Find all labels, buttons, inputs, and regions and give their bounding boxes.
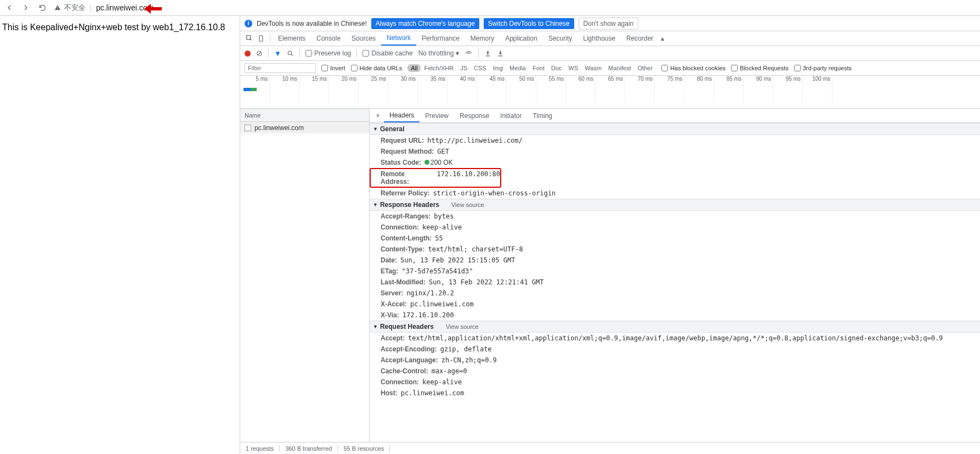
filter-type-doc[interactable]: Doc	[548, 64, 565, 72]
disable-cache-label: Disable cache	[371, 49, 412, 57]
filter-type-media[interactable]: Media	[506, 64, 529, 72]
tab-recorder[interactable]: Recorder	[621, 31, 659, 46]
tab-lighthouse[interactable]: Lighthouse	[577, 31, 621, 46]
header-row: Accept-Ranges:bytes	[370, 211, 980, 222]
referrer-policy-row: Referrer Policy:strict-origin-when-cross…	[370, 188, 980, 199]
filter-input[interactable]	[245, 63, 316, 73]
header-row: Accept:text/html,application/xhtml+xml,a…	[370, 333, 980, 344]
hide-data-urls-checkbox[interactable]: Hide data URLs	[351, 65, 403, 71]
divider	[299, 49, 300, 58]
blocked-cookies-checkbox[interactable]: Has blocked cookies	[661, 65, 726, 71]
request-headers-title: Request Headers	[380, 323, 434, 330]
triangle-down-icon: ▼	[373, 202, 378, 208]
timeline-tick: 80 ms	[684, 76, 714, 103]
address-bar[interactable]: 不安全 | pc.linweiwei.com	[54, 3, 976, 13]
header-row: Accept-Language:zh-CN,zh;q=0.9	[370, 355, 980, 366]
response-headers-section[interactable]: ▼Response HeadersView source	[370, 199, 980, 211]
separator: |	[90, 4, 92, 12]
blocked-requests-label: Blocked Requests	[740, 65, 789, 71]
invert-label: Invert	[330, 65, 345, 71]
filter-type-img[interactable]: Img	[490, 64, 506, 72]
request-list-header[interactable]: Name	[240, 109, 369, 122]
filter-bar: Invert Hide data URLs AllFetch/XHRJSCSSI…	[240, 61, 980, 76]
invert-checkbox[interactable]: Invert	[321, 65, 345, 71]
tab-memory[interactable]: Memory	[465, 31, 500, 46]
always-match-button[interactable]: Always match Chrome's language	[371, 18, 479, 29]
general-section-header[interactable]: ▼General	[370, 123, 980, 135]
detail-tab-headers[interactable]: Headers	[384, 109, 420, 122]
hide-data-urls-label: Hide data URLs	[360, 65, 403, 71]
tab-security[interactable]: Security	[543, 31, 577, 46]
resource-type-filters: AllFetch/XHRJSCSSImgMediaFontDocWSWasmMa…	[407, 64, 656, 72]
switch-language-button[interactable]: Switch DevTools to Chinese	[484, 18, 574, 29]
detail-tab-initiator[interactable]: Initiator	[495, 109, 527, 122]
tab-elements[interactable]: Elements	[273, 31, 311, 46]
wifi-icon[interactable]	[464, 49, 473, 58]
view-source-link[interactable]: View source	[446, 323, 479, 330]
divider	[356, 49, 357, 58]
recorder-preview-icon: ▴	[656, 31, 669, 46]
inspect-icon[interactable]	[243, 31, 256, 46]
record-button[interactable]	[245, 51, 251, 57]
transferred-size: 360 B transferred	[280, 445, 338, 452]
general-title: General	[380, 125, 405, 133]
request-method-row: Request Method:GET	[370, 146, 980, 157]
preserve-log-checkbox[interactable]: Preserve log	[305, 49, 351, 57]
resources-size: 55 B resources	[338, 445, 390, 452]
tab-sources[interactable]: Sources	[346, 31, 381, 46]
filter-type-fetch-xhr[interactable]: Fetch/XHR	[421, 64, 457, 72]
third-party-checkbox[interactable]: 3rd-party requests	[794, 65, 852, 71]
throttling-select[interactable]: No throttling ▾	[418, 49, 460, 57]
request-detail: × HeadersPreviewResponseInitiatorTiming …	[370, 109, 980, 442]
request-name: pc.linweiwei.com	[254, 124, 304, 132]
filter-type-font[interactable]: Font	[529, 64, 548, 72]
timeline-tick: 85 ms	[714, 76, 744, 103]
header-row: Date:Sun, 13 Feb 2022 15:15:05 GMT	[370, 255, 980, 266]
search-icon[interactable]	[287, 50, 294, 57]
filter-type-other[interactable]: Other	[635, 64, 656, 72]
close-detail-button[interactable]: ×	[372, 109, 384, 122]
detail-tab-preview[interactable]: Preview	[420, 109, 454, 122]
blocked-requests-checkbox[interactable]: Blocked Requests	[731, 65, 789, 71]
filter-type-manifest[interactable]: Manifest	[605, 64, 635, 72]
back-button[interactable]	[4, 3, 14, 13]
view-source-link[interactable]: View source	[451, 201, 484, 208]
request-url-row: Request URL:http://pc.linweiwei.com/	[370, 135, 980, 146]
chevron-down-icon: ▾	[456, 49, 459, 57]
filter-type-js[interactable]: JS	[457, 64, 471, 72]
tab-application[interactable]: Application	[500, 31, 543, 46]
tab-console[interactable]: Console	[311, 31, 346, 46]
filter-toggle-icon[interactable]: ▼	[274, 49, 281, 58]
filter-type-all[interactable]: All	[407, 64, 421, 72]
header-row: Cache-Control:max-age=0	[370, 366, 980, 377]
network-timeline[interactable]: 5 ms10 ms15 ms20 ms25 ms30 ms35 ms40 ms4…	[240, 76, 980, 109]
detail-tab-timing[interactable]: Timing	[527, 109, 558, 122]
tab-performance[interactable]: Performance	[416, 31, 465, 46]
request-headers-section[interactable]: ▼Request HeadersView source	[370, 321, 980, 333]
triangle-down-icon: ▼	[373, 126, 378, 132]
disable-cache-checkbox[interactable]: Disable cache	[362, 49, 412, 57]
annotation-arrow	[144, 4, 166, 15]
device-toggle-icon[interactable]	[256, 31, 268, 46]
clear-button[interactable]: ⊘	[256, 49, 263, 58]
info-icon: i	[245, 20, 252, 27]
requests-count: 1 requests	[240, 445, 280, 452]
filter-type-css[interactable]: CSS	[471, 64, 490, 72]
request-row[interactable]: pc.linweiwei.com	[240, 122, 369, 133]
timeline-tick: 90 ms	[744, 76, 773, 103]
reload-button[interactable]	[37, 3, 47, 13]
request-list: Name pc.linweiwei.com	[240, 109, 370, 442]
filter-type-wasm[interactable]: Wasm	[581, 64, 605, 72]
upload-icon[interactable]	[484, 50, 491, 57]
header-row: Connection:keep-alive	[370, 377, 980, 388]
network-split: Name pc.linweiwei.com × HeadersPreviewRe…	[240, 109, 980, 442]
network-toolbar: ⊘ ▼ Preserve log Disable cache No thrott…	[240, 46, 980, 61]
detail-tab-response[interactable]: Response	[454, 109, 495, 122]
header-row: Host:pc.linweiwei.com	[370, 388, 980, 399]
download-icon[interactable]	[497, 50, 504, 57]
dont-show-button[interactable]: Don't show again	[579, 18, 639, 30]
forward-button[interactable]	[21, 3, 31, 13]
tab-network[interactable]: Network	[381, 31, 416, 46]
filter-type-ws[interactable]: WS	[565, 64, 582, 72]
timeline-tick: 75 ms	[655, 76, 684, 103]
